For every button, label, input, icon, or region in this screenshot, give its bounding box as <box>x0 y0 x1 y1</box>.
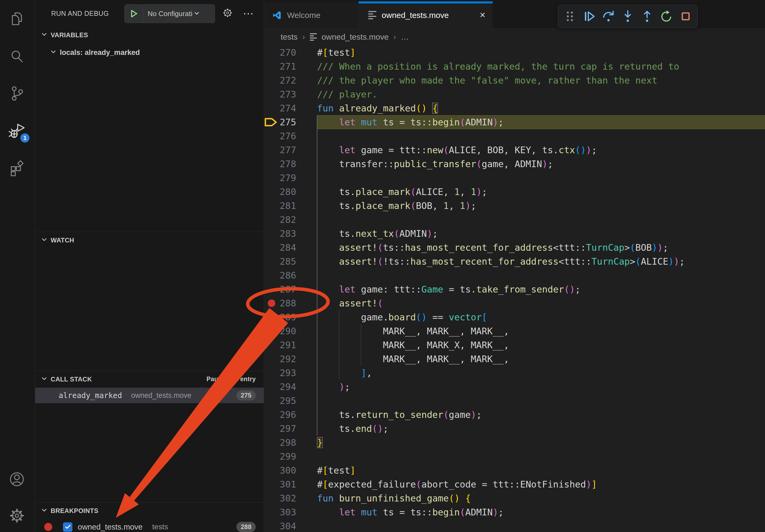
code-line-276[interactable]: 276 <box>264 129 765 143</box>
line-number[interactable]: 284 <box>264 241 296 254</box>
code-line-289[interactable]: 289 game.board() == vector[ <box>264 310 765 324</box>
line-number[interactable]: 303 <box>264 505 296 519</box>
breakpoint-dot[interactable] <box>268 300 275 307</box>
line-number[interactable]: 304 <box>264 519 296 532</box>
line-number[interactable]: 281 <box>264 199 296 213</box>
line-number[interactable]: 291 <box>264 338 296 352</box>
line-number[interactable]: 280 <box>264 185 296 199</box>
code-line-274[interactable]: 274fun already_marked() { <box>264 101 765 115</box>
code-line-302[interactable]: 302fun burn_unfinished_game() { <box>264 491 765 505</box>
code-line-273[interactable]: 273/// player. <box>264 87 765 101</box>
line-number[interactable]: 301 <box>264 477 296 491</box>
line-number[interactable]: 302 <box>264 491 296 505</box>
line-number[interactable]: 285 <box>264 254 296 268</box>
line-number[interactable]: 295 <box>264 394 296 408</box>
call-stack-section-header[interactable]: CALL STACK Paused on entry <box>35 371 264 387</box>
line-number[interactable]: 293 <box>264 366 296 380</box>
code-line-293[interactable]: 293 ], <box>264 366 765 380</box>
code-line-299[interactable]: 299 <box>264 449 765 463</box>
variables-scope-locals[interactable]: locals: already_marked <box>35 45 264 60</box>
line-number[interactable]: 274 <box>264 101 296 115</box>
code-line-280[interactable]: 280 ts.place_mark(ALICE, 1, 1); <box>264 185 765 199</box>
code-line-281[interactable]: 281 ts.place_mark(BOB, 1, 1); <box>264 199 765 213</box>
line-number[interactable]: 273 <box>264 87 296 101</box>
line-number[interactable]: 296 <box>264 408 296 421</box>
line-number[interactable]: 278 <box>264 157 296 171</box>
line-number[interactable]: 271 <box>264 60 296 73</box>
accounts-icon[interactable] <box>9 471 26 489</box>
code-line-304[interactable]: 304 <box>264 519 765 532</box>
more-actions-icon[interactable]: ⋯ <box>243 7 254 20</box>
line-number[interactable]: 286 <box>264 268 296 282</box>
code-line-287[interactable]: 287 let game: ttt::Game = ts.take_from_s… <box>264 282 765 296</box>
line-number[interactable]: 283 <box>264 227 296 241</box>
step-out-button[interactable] <box>639 8 655 24</box>
variables-section-header[interactable]: VARIABLES <box>35 27 264 43</box>
code-line-298[interactable]: 298} <box>264 435 765 449</box>
run-and-debug-icon[interactable]: 1 <box>9 123 26 140</box>
code-line-297[interactable]: 297 ts.end(); <box>264 421 765 435</box>
close-icon[interactable]: ✕ <box>479 11 486 20</box>
line-number[interactable]: 270 <box>264 46 296 60</box>
breakpoint-checkbox[interactable] <box>63 522 72 532</box>
breakpoint-list-item[interactable]: owned_tests.move tests 288 <box>35 520 264 532</box>
restart-button[interactable] <box>658 8 674 24</box>
debug-settings-gear-icon[interactable] <box>222 7 233 20</box>
code-line-292[interactable]: 292 MARK__, MARK__, MARK__, <box>264 352 765 366</box>
breakpoints-section-header[interactable]: BREAKPOINTS <box>35 502 264 519</box>
breadcrumb-item-file[interactable]: owned_tests.move <box>322 32 389 42</box>
continue-button[interactable] <box>581 8 597 24</box>
line-number[interactable]: 282 <box>264 213 296 227</box>
tab-welcome[interactable]: Welcome <box>264 2 359 28</box>
line-number[interactable]: 294 <box>264 380 296 394</box>
search-icon[interactable] <box>9 48 26 66</box>
line-number[interactable]: 299 <box>264 449 296 463</box>
code-line-284[interactable]: 284 assert!(ts::has_most_recent_for_addr… <box>264 241 765 254</box>
code-line-291[interactable]: 291 MARK__, MARK_X, MARK__, <box>264 338 765 352</box>
line-number[interactable]: 300 <box>264 463 296 477</box>
code-line-283[interactable]: 283 ts.next_tx(ADMIN); <box>264 227 765 241</box>
stop-button[interactable] <box>678 8 694 24</box>
code-line-272[interactable]: 272/// the player who made the "false" m… <box>264 73 765 87</box>
code-line-288[interactable]: 288 assert!( <box>264 296 765 310</box>
line-number[interactable]: 298 <box>264 435 296 449</box>
breadcrumb-item-tests[interactable]: tests <box>281 32 298 42</box>
code-line-295[interactable]: 295 <box>264 394 765 408</box>
code-line-303[interactable]: 303 let mut ts = ts::begin(ADMIN); <box>264 505 765 519</box>
line-number[interactable]: 290 <box>264 324 296 338</box>
drag-handle-icon[interactable] <box>562 8 578 24</box>
code-line-275[interactable]: 275 let mut ts = ts::begin(ADMIN); <box>264 115 765 129</box>
explorer-icon[interactable] <box>9 11 26 28</box>
line-number[interactable]: 272 <box>264 73 296 87</box>
code-line-296[interactable]: 296 ts.return_to_sender(game); <box>264 408 765 421</box>
code-line-285[interactable]: 285 assert!(!ts::has_most_recent_for_add… <box>264 254 765 268</box>
code-line-300[interactable]: 300#[test] <box>264 463 765 477</box>
code-line-294[interactable]: 294 ); <box>264 380 765 394</box>
code-line-270[interactable]: 270#[test] <box>264 46 765 60</box>
line-number[interactable]: 276 <box>264 129 296 143</box>
code-line-282[interactable]: 282 <box>264 213 765 227</box>
step-into-button[interactable] <box>620 8 636 24</box>
tab-owned-tests-move[interactable]: owned_tests.move ✕ <box>359 2 493 28</box>
step-over-button[interactable] <box>600 8 616 24</box>
start-debugging-button[interactable] <box>125 5 143 23</box>
code-editor[interactable]: 270#[test]271/// When a position is alre… <box>264 46 765 532</box>
code-area[interactable]: 270#[test]271/// When a position is alre… <box>264 46 765 532</box>
code-line-301[interactable]: 301#[expected_failure(abort_code = ttt::… <box>264 477 765 491</box>
launch-config-dropdown[interactable]: No Configurations <box>124 4 215 23</box>
code-line-290[interactable]: 290 MARK__, MARK__, MARK__, <box>264 324 765 338</box>
line-number[interactable]: 297 <box>264 421 296 435</box>
line-number[interactable]: 277 <box>264 143 296 157</box>
code-line-271[interactable]: 271/// When a position is already marked… <box>264 60 765 73</box>
code-line-286[interactable]: 286 <box>264 268 765 282</box>
settings-gear-icon[interactable] <box>9 507 26 525</box>
line-number[interactable]: 289 <box>264 310 296 324</box>
breadcrumb-item-symbol[interactable]: … <box>401 32 409 42</box>
line-number[interactable]: 279 <box>264 171 296 185</box>
call-stack-frame[interactable]: already_marked owned_tests.move 275 <box>35 388 264 403</box>
line-number[interactable]: 287 <box>264 282 296 296</box>
code-line-278[interactable]: 278 transfer::public_transfer(game, ADMI… <box>264 157 765 171</box>
source-control-icon[interactable] <box>9 85 26 103</box>
extensions-icon[interactable] <box>9 160 26 177</box>
code-line-277[interactable]: 277 let game = ttt::new(ALICE, BOB, KEY,… <box>264 143 765 157</box>
